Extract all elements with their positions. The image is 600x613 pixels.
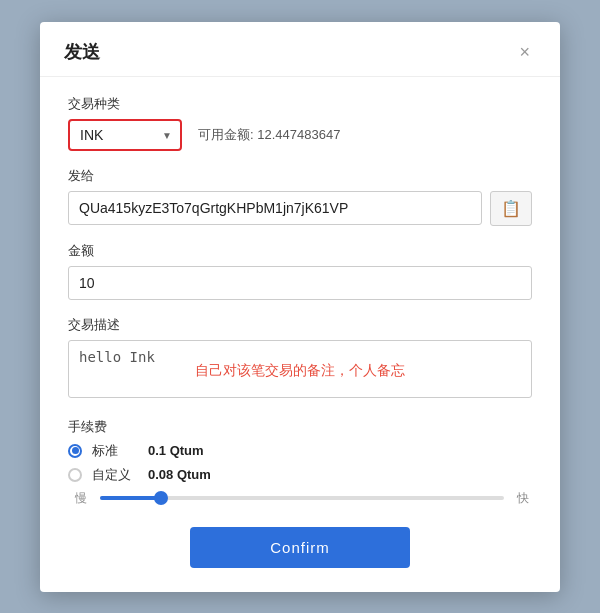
description-container: hello Ink 自己对该笔交易的备注，个人备忘 xyxy=(68,340,532,402)
fee-radio-standard-inner xyxy=(72,447,79,454)
amount-label: 金额 xyxy=(68,242,532,260)
fee-label: 手续费 xyxy=(68,418,532,436)
slider-row: 慢 快 xyxy=(68,490,532,507)
copy-button[interactable]: 📋 xyxy=(490,191,532,226)
transaction-type-select[interactable]: INK QTUM xyxy=(70,123,180,147)
fee-section: 手续费 标准 0.1 Qtum 自定义 0.08 Qtum 慢 快 xyxy=(68,418,532,507)
available-label: 可用金额: xyxy=(198,127,254,142)
amount-group: 金额 xyxy=(68,242,532,300)
modal-header: 发送 × xyxy=(40,22,560,77)
fee-custom-label: 自定义 xyxy=(92,466,138,484)
slider-thumb[interactable] xyxy=(154,491,168,505)
slider-slow-label: 慢 xyxy=(72,490,90,507)
fee-option-custom: 自定义 0.08 Qtum xyxy=(68,466,532,484)
available-balance: 可用金额: 12.447483647 xyxy=(198,126,340,144)
send-modal: 发送 × 交易种类 INK QTUM ▼ 可用金额: 12. xyxy=(40,22,560,592)
send-to-group: 发给 📋 xyxy=(68,167,532,226)
transaction-type-label: 交易种类 xyxy=(68,95,532,113)
fee-radio-custom[interactable] xyxy=(68,468,82,482)
description-group: 交易描述 hello Ink 自己对该笔交易的备注，个人备忘 xyxy=(68,316,532,402)
copy-icon: 📋 xyxy=(501,199,521,218)
address-input[interactable] xyxy=(68,191,482,225)
slider-track[interactable] xyxy=(100,496,504,500)
fee-standard-value: 0.1 Qtum xyxy=(148,443,204,458)
description-label: 交易描述 xyxy=(68,316,532,334)
transaction-type-row: INK QTUM ▼ 可用金额: 12.447483647 xyxy=(68,119,532,151)
slider-fast-label: 快 xyxy=(514,490,532,507)
modal-title: 发送 xyxy=(64,40,100,64)
modal-body: 交易种类 INK QTUM ▼ 可用金额: 12.447483647 xyxy=(40,77,560,568)
confirm-button[interactable]: Confirm xyxy=(190,527,410,568)
address-row: 📋 xyxy=(68,191,532,226)
transaction-type-group: 交易种类 INK QTUM ▼ 可用金额: 12.447483647 xyxy=(68,95,532,151)
description-input[interactable]: hello Ink xyxy=(68,340,532,398)
available-value: 12.447483647 xyxy=(257,127,340,142)
fee-custom-value: 0.08 Qtum xyxy=(148,467,211,482)
close-button[interactable]: × xyxy=(513,41,536,63)
transaction-type-select-wrapper: INK QTUM ▼ xyxy=(68,119,182,151)
fee-radio-standard[interactable] xyxy=(68,444,82,458)
fee-standard-label: 标准 xyxy=(92,442,138,460)
send-to-label: 发给 xyxy=(68,167,532,185)
select-container: INK QTUM ▼ xyxy=(70,123,180,147)
fee-option-standard: 标准 0.1 Qtum xyxy=(68,442,532,460)
slider-fill xyxy=(100,496,161,500)
amount-input[interactable] xyxy=(68,266,532,300)
